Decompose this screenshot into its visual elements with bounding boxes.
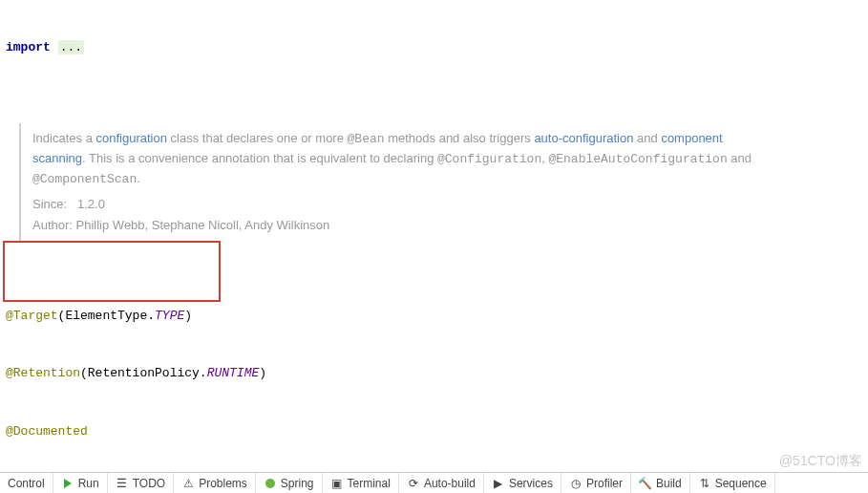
tb-spring[interactable]: Spring xyxy=(256,473,323,493)
doc-mono-eac: @EnableAutoConfiguration xyxy=(548,152,727,166)
tb-todo-label: TODO xyxy=(133,477,165,490)
tb-autobuild-label: Auto-build xyxy=(424,477,476,490)
doc-text: . This is a convenience annotation that … xyxy=(82,151,437,165)
annotation-target: @Target xyxy=(6,309,58,323)
annotation-retention: @Retention xyxy=(6,366,80,380)
target-const: TYPE xyxy=(155,309,184,323)
target-args-l: (ElementType. xyxy=(58,309,155,323)
run-icon xyxy=(61,477,74,490)
code-editor[interactable]: import ... Indicates a configuration cla… xyxy=(0,0,868,493)
build-icon: 🔨 xyxy=(639,477,652,490)
tb-terminal[interactable]: ▣Terminal xyxy=(323,473,399,493)
tb-services-label: Services xyxy=(509,477,553,490)
retention-line: @Retention(RetentionPolicy.RUNTIME) xyxy=(0,364,868,383)
retention-args-r: ) xyxy=(259,366,266,380)
tb-problems-label: Problems xyxy=(199,477,247,490)
tb-profiler-label: Profiler xyxy=(586,477,623,490)
tb-control[interactable]: Control xyxy=(0,473,53,493)
doc-link-configuration[interactable]: configuration xyxy=(96,131,167,145)
profiler-icon: ◷ xyxy=(569,477,582,490)
tb-spring-label: Spring xyxy=(281,477,314,490)
problems-icon: ⚠ xyxy=(181,477,195,490)
doc-text: class that declares one or more xyxy=(167,131,348,145)
services-icon: ▶ xyxy=(492,477,505,490)
tb-problems[interactable]: ⚠Problems xyxy=(174,473,256,493)
tb-sequence-label: Sequence xyxy=(715,477,767,490)
retention-args-l: (RetentionPolicy. xyxy=(80,366,207,380)
svg-point-1 xyxy=(265,479,275,488)
import-keyword: import xyxy=(6,40,51,54)
doc-link-autoconfig[interactable]: auto-configuration xyxy=(534,131,633,145)
tb-sequence[interactable]: ⇅Sequence xyxy=(690,473,775,493)
tb-run-label: Run xyxy=(78,477,99,490)
spring-icon xyxy=(264,477,277,490)
doc-text: methods and also triggers xyxy=(385,131,535,145)
author-row: Author: Phillip Webb, Stephane Nicoll, A… xyxy=(32,216,772,235)
since-row: Since: 1.2.0 xyxy=(32,195,772,214)
tb-control-label: Control xyxy=(8,477,45,490)
author-value: Phillip Webb, Stephane Nicoll, Andy Wilk… xyxy=(76,218,330,232)
svg-marker-0 xyxy=(64,479,72,488)
doc-text: . xyxy=(137,171,140,185)
tb-autobuild[interactable]: ⟳Auto-build xyxy=(399,473,484,493)
autobuild-icon: ⟳ xyxy=(407,477,420,490)
sequence-icon: ⇅ xyxy=(698,477,711,490)
target-line: @Target(ElementType.TYPE) xyxy=(0,307,868,326)
todo-icon: ☰ xyxy=(116,477,129,490)
tb-run[interactable]: Run xyxy=(53,473,108,493)
doc-mono-bean: @Bean xyxy=(348,132,385,146)
since-label: Since: xyxy=(32,197,67,211)
class-javadoc: Indicates a configuration class that dec… xyxy=(19,123,783,242)
doc-text: and xyxy=(728,151,752,165)
since-value: 1.2.0 xyxy=(77,197,105,211)
bottom-toolbar: Control Run ☰TODO ⚠Problems Spring ▣Term… xyxy=(0,472,868,493)
author-label: Author: xyxy=(32,218,73,232)
tb-profiler[interactable]: ◷Profiler xyxy=(561,473,631,493)
doc-mono-conf: @Configuration xyxy=(437,152,541,166)
doc-text: and xyxy=(633,131,661,145)
tb-todo[interactable]: ☰TODO xyxy=(108,473,174,493)
tb-build-label: Build xyxy=(656,477,682,490)
doc-mono-cs: @ComponentScan xyxy=(32,172,137,186)
retention-const: RUNTIME xyxy=(207,366,260,380)
tb-terminal-label: Terminal xyxy=(348,477,391,490)
terminal-icon: ▣ xyxy=(330,477,344,490)
documented-line: @Documented xyxy=(0,422,868,441)
tb-build[interactable]: 🔨Build xyxy=(631,473,690,493)
tb-services[interactable]: ▶Services xyxy=(484,473,561,493)
doc-text: Indicates a xyxy=(32,131,96,145)
import-folded[interactable]: ... xyxy=(58,40,84,54)
target-args-r: ) xyxy=(184,309,192,323)
import-line: import ... xyxy=(0,38,868,57)
annotation-documented: @Documented xyxy=(6,424,88,439)
